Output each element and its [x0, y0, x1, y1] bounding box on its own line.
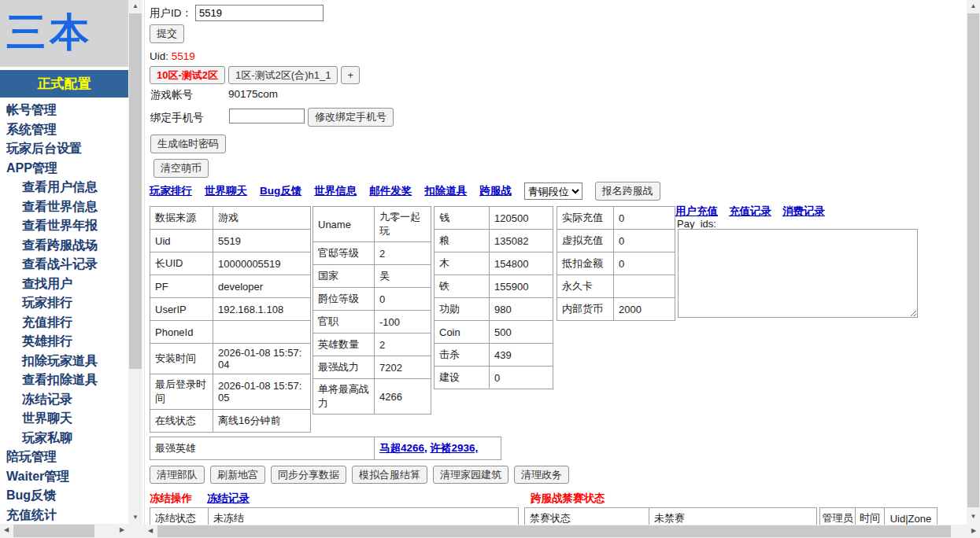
scrollbar-thumb[interactable]	[157, 525, 951, 537]
freeze-record-link[interactable]: 冻结记录	[207, 492, 250, 506]
add-server-tab-button[interactable]: +	[341, 66, 360, 84]
clear-coin-button[interactable]: 清空萌币	[153, 159, 209, 178]
cell-label: 长UID	[150, 252, 213, 275]
main-horizontal-scrollbar: ◀ ▶	[144, 525, 980, 538]
scroll-down-icon[interactable]: ▼	[128, 511, 142, 524]
sidebar-item[interactable]: 查看战斗记录	[0, 255, 128, 275]
sidebar-item[interactable]: Waiter管理	[0, 467, 128, 487]
config-env-bar[interactable]: 正式配置	[0, 70, 128, 98]
cell-value: 4266	[375, 379, 431, 415]
sidebar-item[interactable]: 查看用户信息	[0, 178, 128, 197]
scroll-right-icon[interactable]: ▶	[116, 524, 128, 538]
sidebar-item[interactable]: 查看世界信息	[0, 197, 128, 217]
hero-link[interactable]: 马超4266,	[379, 442, 427, 454]
cell-value: 0	[375, 288, 431, 311]
cell-label: 在线状态	[150, 410, 213, 433]
quick-link-mail-reward[interactable]: 邮件发奖	[369, 184, 412, 198]
sidebar-item[interactable]: 扣除玩家道具	[0, 352, 128, 371]
sidebar-item[interactable]: 陪玩管理	[0, 448, 128, 467]
table-row: 官邸等级2	[313, 242, 431, 265]
quick-link-world-chat[interactable]: 世界聊天	[205, 184, 247, 198]
simulate-merge-button[interactable]: 模拟合服结算	[352, 466, 427, 484]
sidebar-item[interactable]: 帐号管理	[0, 101, 128, 120]
sidebar-item[interactable]: 玩家私聊	[0, 429, 128, 448]
cell-value	[614, 275, 675, 298]
table-row: 最强战力7202	[313, 356, 431, 379]
scroll-right-icon[interactable]: ▶	[967, 525, 980, 538]
quick-link-world-info[interactable]: 世界信息	[314, 184, 357, 198]
pay-ids-textarea[interactable]	[678, 229, 918, 318]
scrollbar-thumb[interactable]	[967, 13, 979, 507]
sidebar-item[interactable]: 查看世界年报	[0, 216, 128, 236]
bind-phone-input[interactable]	[229, 109, 305, 123]
column-header: 管理员	[820, 508, 856, 525]
quick-link-bug-feedback[interactable]: Bug反馈	[260, 184, 301, 198]
quick-link-cross-server-war[interactable]: 跨服战	[479, 184, 512, 198]
recharge-table: 实际充值0 虚拟充值0 抵扣金额0 永久卡 内部货币2000	[557, 206, 675, 321]
sidebar-item[interactable]: 充值统计	[0, 506, 128, 525]
cell-value: 500	[490, 321, 553, 344]
server-tab[interactable]: 10区-测试2区	[150, 66, 225, 84]
table-row: 英雄数量2	[313, 333, 431, 356]
sidebar-menu: 帐号管理 系统管理 玩家后台设置 APP管理 查看用户信息 查看世界信息 查看世…	[0, 98, 128, 530]
quick-link-deduct-item[interactable]: 扣除道具	[424, 184, 467, 198]
cell-value: 2	[375, 333, 431, 356]
scrollbar-thumb[interactable]	[129, 13, 142, 369]
clear-home-buildings-button[interactable]: 清理家园建筑	[433, 466, 508, 484]
table-row: 钱120500	[435, 207, 553, 230]
rank-select[interactable]: 青铜段位	[524, 182, 582, 200]
scroll-left-icon[interactable]: ◀	[0, 524, 13, 538]
cell-label: PF	[150, 275, 213, 298]
scrollbar-thumb[interactable]	[13, 525, 94, 537]
generate-temp-password-button[interactable]: 生成临时密码	[150, 134, 226, 153]
table-row: 实际充值0	[557, 207, 675, 230]
scroll-down-icon[interactable]: ▼	[967, 510, 980, 523]
scroll-up-icon[interactable]: ▲	[128, 0, 142, 13]
cell-value: 2026-01-08 15:57:04	[213, 344, 311, 374]
cell-value: 0	[614, 230, 675, 252]
cell-label: 铁	[435, 275, 490, 298]
sidebar-item[interactable]: 系统管理	[0, 120, 128, 140]
sidebar-item[interactable]: 查找用户	[0, 275, 128, 294]
clear-troops-button[interactable]: 清理部队	[150, 466, 205, 484]
table-row: UserIP192.168.1.108	[150, 298, 311, 321]
hero-link[interactable]: 许褚2936,	[430, 442, 478, 454]
cell-label: Coin	[435, 321, 490, 344]
consume-record-link[interactable]: 消费记录	[782, 205, 825, 219]
user-recharge-link[interactable]: 用户充值	[675, 205, 718, 219]
signup-cross-server-button[interactable]: 报名跨服战	[595, 182, 660, 201]
server-tab[interactable]: 1区-测试2区(合)h1_1	[228, 66, 338, 84]
modify-phone-button[interactable]: 修改绑定手机号	[308, 108, 394, 127]
cell-value: -100	[375, 311, 431, 333]
quick-link-player-rank[interactable]: 玩家排行	[150, 184, 192, 198]
game-account-value: 90175com	[228, 88, 278, 100]
cell-label: 最强英雄	[150, 437, 375, 460]
table-row: 永久卡	[557, 275, 675, 298]
user-id-input[interactable]	[195, 5, 324, 21]
table-row: 建设0	[435, 367, 553, 389]
recharge-record-link[interactable]: 充值记录	[729, 205, 771, 219]
scroll-left-icon[interactable]: ◀	[144, 525, 157, 538]
cell-value	[213, 321, 311, 344]
submit-button[interactable]: 提交	[150, 24, 184, 43]
sidebar-item[interactable]: 查看扣除道具	[0, 370, 128, 390]
clear-affairs-button[interactable]: 清理政务	[514, 466, 569, 484]
cell-label: 数据来源	[150, 207, 213, 230]
sidebar-item[interactable]: Bug反馈	[0, 486, 128, 506]
sidebar-item[interactable]: 玩家排行	[0, 293, 128, 313]
refresh-dungeon-button[interactable]: 刷新地宫	[210, 466, 265, 484]
cell-label: 钱	[435, 207, 490, 230]
sidebar-item[interactable]: 世界聊天	[0, 409, 128, 429]
sidebar-item[interactable]: 玩家后台设置	[0, 139, 128, 159]
sidebar-item[interactable]: 冻结记录	[0, 390, 128, 410]
sidebar-item[interactable]: 查看跨服战场	[0, 236, 128, 256]
sidebar-item[interactable]: 英雄排行	[0, 332, 128, 352]
sidebar-item[interactable]: APP管理	[0, 159, 128, 179]
table-row: 铁155900	[435, 275, 553, 298]
cell-label: 建设	[435, 367, 490, 389]
sidebar-item[interactable]: 充值排行	[0, 313, 128, 333]
scroll-up-icon[interactable]: ▲	[967, 0, 980, 13]
sidebar: 三本 正式配置 帐号管理 系统管理 玩家后台设置 APP管理 查看用户信息 查看…	[0, 0, 144, 538]
ban-section-title: 跨服战禁赛状态	[531, 492, 605, 506]
sync-share-data-button[interactable]: 同步分享数据	[271, 466, 346, 484]
